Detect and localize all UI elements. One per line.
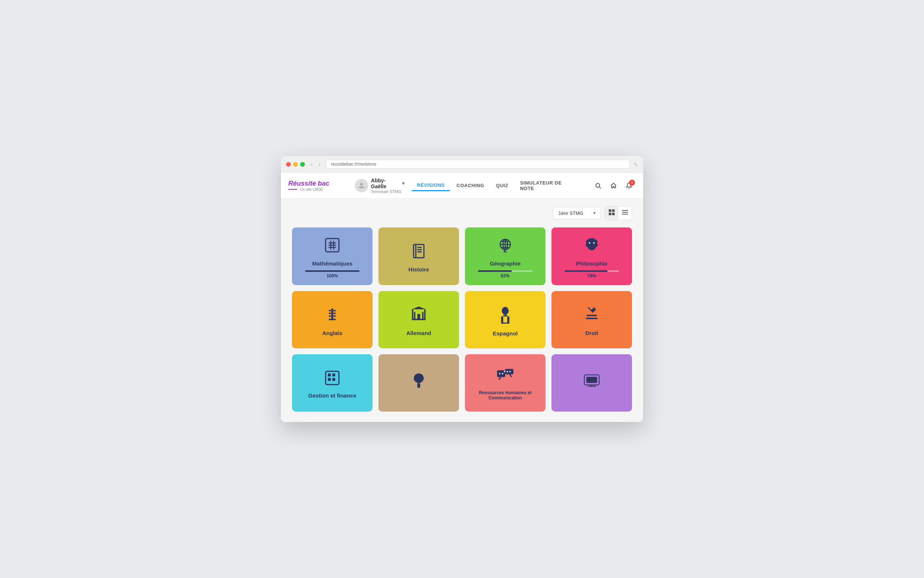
logo[interactable]: Réussite bac Un site LMDE <box>288 180 340 192</box>
svg-rect-49 <box>328 378 331 381</box>
nav-revisions[interactable]: RÉVISIONS <box>412 180 450 191</box>
svg-rect-31 <box>334 310 336 312</box>
progress-fill-geo <box>478 270 512 272</box>
gestion-icon <box>324 370 340 389</box>
svg-rect-33 <box>334 315 336 317</box>
svg-point-58 <box>504 371 505 372</box>
svg-rect-27 <box>331 308 333 320</box>
class-filter[interactable]: 1ère STMG ▾ <box>553 207 601 219</box>
user-name: Abby-Gaëlle ▾ <box>371 177 405 189</box>
subject-name-rh: Ressources Humaines et Communication <box>471 390 540 401</box>
progress-text-philo: 79% <box>587 273 596 278</box>
rh-icon <box>496 368 514 386</box>
nav-icons: 3 <box>591 179 636 192</box>
info-icon <box>583 373 600 391</box>
subject-card-info[interactable] <box>552 354 632 412</box>
geo-icon <box>496 236 514 257</box>
subject-card-espagnol[interactable]: Espagnol <box>465 291 545 348</box>
grid-view-button[interactable] <box>605 206 618 220</box>
nav-simulateur[interactable]: SIMULATEUR DE NOTE <box>515 178 580 193</box>
notification-badge: 3 <box>629 180 635 186</box>
avatar <box>355 179 368 192</box>
nav-quiz[interactable]: QUIZ <box>491 180 513 190</box>
svg-rect-40 <box>417 314 420 320</box>
subject-card-philo[interactable]: Philosophie 79% <box>552 227 632 285</box>
subject-name-gestion: Gestion et finance <box>308 392 356 399</box>
subject-card-allemand[interactable]: Allemand <box>379 291 459 348</box>
subject-card-rh[interactable]: Ressources Humaines et Communication <box>465 354 545 412</box>
subject-name-espagnol: Espagnol <box>493 330 518 336</box>
svg-rect-41 <box>503 315 507 316</box>
subject-name-allemand: Allemand <box>406 330 431 336</box>
eco-icon <box>411 372 427 392</box>
subject-card-math[interactable]: Mathématiques 100% <box>292 227 372 285</box>
logo-brand: bac <box>318 180 329 187</box>
math-icon <box>324 236 341 257</box>
user-class: Terminale STMG <box>371 189 405 194</box>
nav-links: RÉVISIONS COACHING QUIZ SIMULATEUR DE NO… <box>412 178 580 193</box>
svg-rect-62 <box>586 377 597 383</box>
forward-button[interactable]: › <box>316 161 323 168</box>
user-menu[interactable]: Abby-Gaëlle ▾ Terminale STMG <box>355 177 405 194</box>
subject-card-eco[interactable] <box>379 354 459 412</box>
philo-icon <box>583 236 600 257</box>
svg-point-57 <box>509 371 511 372</box>
subject-card-histoire[interactable]: Histoire <box>379 227 459 285</box>
svg-rect-47 <box>328 373 331 377</box>
user-info: Abby-Gaëlle ▾ Terminale STMG <box>371 177 405 194</box>
main-content: 1ère STMG ▾ Mathématiques <box>281 198 643 422</box>
expand-icon[interactable]: ⤡ <box>633 161 638 167</box>
browser-chrome: ‹ › reussitebac.fr/revisions ⤡ <box>281 156 643 173</box>
anglais-icon <box>325 306 340 326</box>
svg-rect-3 <box>609 209 611 212</box>
svg-line-2 <box>599 187 600 188</box>
toolbar: 1ère STMG ▾ <box>292 206 632 220</box>
notifications-button[interactable]: 3 <box>622 179 636 192</box>
svg-rect-39 <box>422 312 424 319</box>
svg-rect-50 <box>332 378 335 381</box>
address-bar[interactable]: reussitebac.fr/revisions <box>326 160 630 169</box>
svg-rect-32 <box>334 312 336 314</box>
browser-nav-buttons: ‹ › <box>309 161 322 168</box>
progress-bar-geo <box>478 270 533 272</box>
svg-point-26 <box>593 242 595 244</box>
svg-rect-28 <box>329 310 331 312</box>
progress-area-math: 100% <box>305 270 360 278</box>
progress-bar-philo <box>565 270 620 272</box>
nav-coaching[interactable]: COACHING <box>451 180 489 190</box>
svg-point-55 <box>502 373 503 375</box>
minimize-button[interactable] <box>293 162 298 167</box>
home-button[interactable] <box>607 179 620 192</box>
subject-card-gestion[interactable]: Gestion et finance <box>292 354 372 412</box>
subject-card-geo[interactable]: Géographie 62% <box>465 227 545 285</box>
progress-text-geo: 62% <box>501 273 510 278</box>
svg-rect-46 <box>325 371 339 385</box>
svg-rect-6 <box>612 213 615 215</box>
browser-window: ‹ › reussitebac.fr/revisions ⤡ Réussite … <box>281 156 643 422</box>
list-view-button[interactable] <box>618 206 632 220</box>
svg-point-25 <box>589 242 590 244</box>
subject-card-anglais[interactable]: Anglais <box>292 291 372 348</box>
svg-rect-29 <box>329 312 331 314</box>
close-button[interactable] <box>286 162 291 167</box>
svg-rect-38 <box>414 312 416 319</box>
svg-rect-4 <box>612 209 615 212</box>
logo-subtext: Un site LMDE <box>288 187 340 192</box>
svg-rect-51 <box>417 383 420 388</box>
svg-rect-16 <box>414 244 424 258</box>
svg-rect-44 <box>586 318 598 319</box>
maximize-button[interactable] <box>300 162 305 167</box>
search-button[interactable] <box>591 179 605 192</box>
logo-text: Réussite bac <box>288 180 340 187</box>
progress-area-geo: 62% <box>478 270 533 278</box>
svg-rect-8 <box>622 212 628 213</box>
back-button[interactable]: ‹ <box>309 161 315 168</box>
subject-card-droit[interactable]: Droit <box>552 291 632 348</box>
subject-name-math: Mathématiques <box>312 260 352 266</box>
espagnol-icon <box>498 305 513 326</box>
svg-rect-36 <box>412 309 414 320</box>
svg-rect-30 <box>329 315 331 317</box>
droit-icon <box>583 306 600 326</box>
svg-rect-5 <box>609 213 611 215</box>
progress-area-philo: 79% <box>565 270 620 278</box>
